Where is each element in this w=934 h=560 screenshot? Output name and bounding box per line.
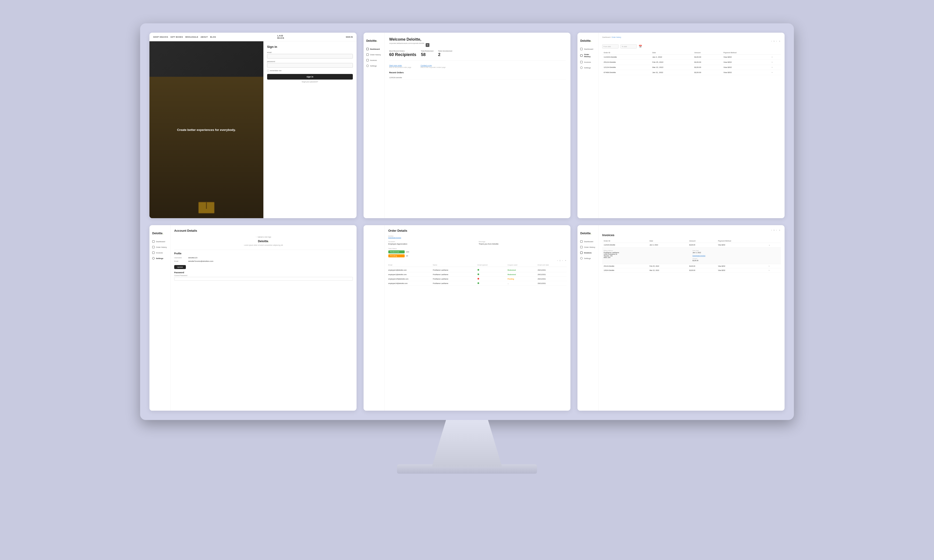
invoices-main: ‹ 1 › » Invoices Order ID Date Amount Pa…: [598, 225, 784, 411]
invoice-row-1[interactable]: 112423-Deloitte Jan 3, 2022 $126.00 Visa…: [602, 243, 781, 247]
prev-page-button[interactable]: ‹: [771, 40, 773, 43]
inv-expand-1[interactable]: ⌄: [767, 243, 781, 247]
remember-checkbox[interactable]: [267, 70, 269, 72]
page-number: 1: [774, 40, 775, 42]
expand-order-4[interactable]: ›: [770, 70, 781, 75]
inv-sidebar-order-history[interactable]: Order History: [578, 244, 598, 250]
upload-icon: ↑: [256, 236, 257, 238]
remember-me[interactable]: remember me: [267, 69, 353, 72]
order-detail-row-1[interactable]: employee1@deloiite.com FirstName LastNam…: [388, 268, 567, 272]
start-order-link[interactable]: Start new order: [389, 65, 412, 66]
site-logo: LAIDBACK: [277, 35, 284, 39]
current-password-input[interactable]: [174, 277, 353, 281]
download-invoice-button[interactable]: Download Invoice: [692, 255, 780, 257]
sidebar-logo: Deloitte.: [364, 36, 384, 46]
nav-blog[interactable]: BLOG: [210, 36, 216, 38]
od-last-button[interactable]: »: [564, 259, 567, 262]
recent-order-item[interactable]: 129528-deloitte: [389, 75, 566, 80]
sign-in-button[interactable]: sign in: [267, 74, 353, 80]
oh-pagination: ‹ 1 › »: [602, 40, 781, 43]
invoice-row-3[interactable]: 12924-Deloitte Mar 22, 2022 $126.00 Visa…: [602, 268, 781, 272]
order-detail-row-3[interactable]: employee125@deloiite.com FirstName LastN…: [388, 277, 567, 281]
nav-links: SHOP SNACKS GIFT BOXES WHOLESALE ABOUT B…: [153, 36, 216, 38]
contact-rep-link[interactable]: Contact a rep: [421, 65, 445, 66]
last-page-button[interactable]: »: [778, 40, 781, 43]
next-page-button[interactable]: ›: [775, 40, 778, 43]
order-row-2[interactable]: 25124-Deloitte Feb 25, 2022 $126.00 Visa…: [602, 60, 781, 65]
expand-order-2[interactable]: ›: [770, 60, 781, 65]
order-row-1[interactable]: 112423-Deloitte Jan 2, 2022 $126.00 Visa…: [602, 55, 781, 60]
update-button[interactable]: Update: [174, 265, 186, 269]
order-detail-row-4[interactable]: employee14@deloiite.com FirstName LastNa…: [388, 281, 567, 286]
od-row4-status: ...: [508, 283, 537, 284]
expand-order-3[interactable]: ›: [770, 65, 781, 70]
nav-gift-boxes[interactable]: GIFT BOXES: [171, 36, 183, 38]
oh-filter-input-to[interactable]: To date: [620, 44, 637, 49]
password-input[interactable]: [267, 63, 353, 68]
message-value: Thank you from Deloitte: [479, 243, 567, 245]
inv-expand-3[interactable]: ›: [767, 268, 781, 272]
inv-row2-date: Feb 25, 2022: [648, 264, 688, 268]
inv-sidebar-settings[interactable]: Settings: [578, 255, 598, 261]
sidebar-item-settings[interactable]: Settings: [364, 63, 384, 69]
oh-sidebar-settings[interactable]: Settings: [578, 65, 598, 71]
acc-sidebar-dashboard[interactable]: Dashboard: [150, 239, 170, 244]
copy-url-button[interactable]: ⧉: [426, 43, 429, 47]
inv-prev-button[interactable]: ‹: [771, 229, 773, 231]
nav-about[interactable]: ABOUT: [200, 36, 208, 38]
order-history-panel: Deloitte. Dashboard Order History Invoic…: [578, 33, 784, 218]
inv-sidebar-invoices[interactable]: Invoices: [578, 250, 598, 255]
order-history-icon: [366, 54, 369, 56]
od-row1-date: 29/21/2021: [538, 269, 567, 271]
sidebar-item-order-history[interactable]: Order history: [364, 52, 384, 57]
od-sidebar: [364, 225, 385, 411]
invoice-amount-value: $126.00: [692, 260, 780, 262]
inv-page-number: 1: [774, 229, 775, 231]
inv-expand-2[interactable]: ›: [767, 264, 781, 268]
username-label: Username: [174, 257, 188, 258]
oh-filter-input-from[interactable]: From date: [602, 44, 618, 49]
calendar-icon[interactable]: 📅: [639, 45, 642, 48]
form-title: Sign in: [267, 45, 353, 49]
oh-sidebar-order-history[interactable]: Order History: [578, 52, 598, 59]
dot-green-2: [478, 274, 479, 275]
stat-unredeemed-label: Total Unredeemed: [438, 50, 452, 52]
inv-last-button[interactable]: »: [778, 229, 781, 231]
email-input[interactable]: [267, 54, 353, 58]
inv-col-payment: Payment Method: [717, 239, 767, 243]
login-form: Sign in email password remember me sign …: [264, 41, 356, 218]
order-row-3[interactable]: 12124-Deloitte Mar 22, 2022 $126.00 Visa…: [602, 65, 781, 70]
oh-sidebar-invoices[interactable]: Invoices: [578, 59, 598, 65]
oh-sidebar-logo: Deloitte.: [578, 36, 598, 46]
acc-sidebar-order-history[interactable]: Order history: [150, 244, 170, 250]
nav-wholesale[interactable]: WHOLESALE: [185, 36, 198, 38]
upload-logo-button[interactable]: ↑ Upload a new logo: [256, 236, 271, 238]
nav-shop-snacks[interactable]: SHOP SNACKS: [153, 36, 168, 38]
company-logo: Deloitte.: [258, 240, 269, 243]
sidebar-item-invoices[interactable]: Invoices: [364, 57, 384, 63]
order-detail-row-2[interactable]: employee1@deloiite.com FirstName LastNam…: [388, 272, 567, 277]
occasion-value: Employee Appreciation: [388, 243, 476, 245]
sidebar-invoices-label: Invoices: [370, 59, 377, 62]
acc-sidebar-invoices[interactable]: Invoices: [150, 250, 170, 255]
download-invoice-link[interactable]: Download Invoice: [388, 237, 567, 238]
order-payment-3: Visa $202: [722, 65, 770, 70]
order-payment-1: Visa $202: [722, 55, 770, 60]
acc-sidebar-settings[interactable]: Settings: [150, 255, 170, 261]
order-row-4[interactable]: 67468-Deloitte Jan 31, 2022 $126.00 Visa…: [602, 70, 781, 75]
inv-sidebar-dashboard[interactable]: Dashboard: [578, 239, 598, 244]
sign-in-nav-link[interactable]: SIGN IN: [346, 36, 353, 38]
expand-order-1[interactable]: ›: [770, 55, 781, 60]
oh-sidebar-dashboard[interactable]: Dashboard: [578, 46, 598, 52]
od-prev-button[interactable]: ‹: [557, 259, 559, 262]
od-next-button[interactable]: ›: [561, 259, 563, 262]
inv-row2-id: 25124-Deloitte: [602, 264, 648, 268]
sidebar-item-dashboard[interactable]: Dashboard: [364, 46, 384, 52]
inv-next-button[interactable]: ›: [775, 229, 778, 231]
inv-row3-id: 12924-Deloitte: [602, 268, 648, 272]
inv-invoices-icon: [580, 252, 583, 254]
status-section: Total Status Redeemed 100 Pending 20: [388, 248, 567, 257]
forgot-password-link[interactable]: forgot your password?: [267, 81, 353, 83]
occasion-label: Occasion: [388, 241, 476, 242]
invoice-row-2[interactable]: 25124-Deloitte Feb 25, 2022 $126.00 Visa…: [602, 264, 781, 268]
